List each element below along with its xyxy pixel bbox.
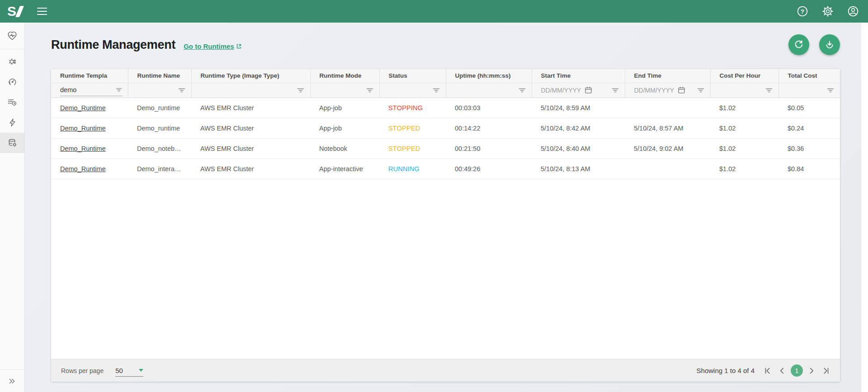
filter-icon[interactable] bbox=[297, 86, 305, 94]
pagination-first-button[interactable] bbox=[762, 365, 774, 377]
column-header-runtime-name[interactable]: Runtime Name bbox=[128, 69, 191, 83]
pagination-current-page[interactable]: 1 bbox=[791, 364, 803, 377]
runtime-type-cell: AWS EMR Cluster bbox=[191, 138, 310, 159]
filter-icon[interactable] bbox=[765, 86, 773, 94]
external-link-icon bbox=[236, 43, 242, 49]
runtime-template-link[interactable]: Demo_Runtime bbox=[60, 104, 106, 112]
logo-slash-mark bbox=[15, 6, 24, 17]
pagination-prev-button[interactable] bbox=[776, 365, 788, 377]
runtime-type-cell: AWS EMR Cluster bbox=[191, 159, 310, 179]
runtime-table: Runtime Templa Runtime Name Runtime Type… bbox=[51, 69, 840, 179]
end-time-date-input[interactable]: DD/MM/YYYY bbox=[634, 87, 675, 94]
filter-icon[interactable] bbox=[432, 86, 440, 94]
sidebar-item-dashboard[interactable] bbox=[0, 72, 24, 92]
filter-icon[interactable] bbox=[366, 86, 374, 94]
runtime-template-link[interactable]: Demo_Runtime bbox=[60, 125, 106, 132]
main-content: Runtime Management Go to Runtimes bbox=[25, 23, 861, 392]
runtime-template-link[interactable]: Demo_Runtime bbox=[60, 145, 106, 152]
page-scrollbar[interactable] bbox=[861, 23, 868, 392]
runtime-template-filter-input[interactable] bbox=[60, 86, 115, 93]
menu-icon[interactable] bbox=[34, 5, 50, 18]
start-time-cell: 5/10/24, 8:59 AM bbox=[532, 98, 625, 118]
cost-per-hour-cell: $1.02 bbox=[710, 138, 778, 159]
total-cost-cell: $0.05 bbox=[778, 98, 840, 118]
rows-per-page-label: Rows per page bbox=[61, 367, 104, 374]
start-time-cell: 5/10/24, 8:13 AM bbox=[532, 159, 625, 179]
end-time-cell bbox=[625, 159, 710, 179]
first-page-icon bbox=[763, 366, 773, 376]
end-time-cell: 5/10/24, 8:57 AM bbox=[625, 118, 710, 138]
calendar-icon[interactable] bbox=[584, 86, 593, 94]
account-icon[interactable] bbox=[847, 5, 859, 17]
calendar-icon[interactable] bbox=[677, 86, 686, 94]
filter-row: DD/MM/YYYY DD/MM/YYYY bbox=[51, 83, 840, 98]
runtime-name-cell: Demo_runtime bbox=[128, 118, 191, 138]
pagination-last-button[interactable] bbox=[820, 365, 832, 377]
pagination: 1 bbox=[762, 364, 832, 377]
filter-icon[interactable] bbox=[178, 86, 186, 94]
runtime-mode-cell: Notebook bbox=[310, 138, 379, 159]
sidebar-item-runtime-management[interactable] bbox=[0, 133, 24, 153]
sidebar bbox=[0, 23, 25, 392]
filter-icon[interactable] bbox=[826, 86, 835, 94]
cost-per-hour-cell: $1.02 bbox=[710, 118, 778, 138]
rows-per-page-select[interactable]: 50 bbox=[115, 365, 143, 377]
start-time-cell: 5/10/24, 8:40 AM bbox=[532, 138, 625, 159]
status-badge: STOPPED bbox=[388, 145, 420, 152]
column-header-cost-per-hour[interactable]: Cost Per Hour bbox=[710, 69, 778, 83]
table-row: Demo_Runtime Demo_intera… AWS EMR Cluste… bbox=[51, 159, 840, 179]
app-logo[interactable]: S bbox=[0, 5, 22, 18]
download-button[interactable] bbox=[819, 34, 840, 55]
runtime-name-cell: Demo_runtime bbox=[128, 98, 191, 118]
refresh-icon bbox=[793, 39, 804, 50]
runtime-table-card: Runtime Templa Runtime Name Runtime Type… bbox=[51, 69, 840, 382]
runtime-name-cell: Demo_noteb… bbox=[128, 138, 191, 159]
column-header-start-time[interactable]: Start Time bbox=[532, 69, 625, 83]
sidebar-item-jobs[interactable] bbox=[0, 92, 24, 112]
filter-icon[interactable] bbox=[697, 86, 705, 94]
chevron-right-icon bbox=[807, 366, 816, 376]
settings-gear-icon[interactable] bbox=[822, 5, 834, 17]
column-header-status[interactable]: Status bbox=[379, 69, 446, 83]
table-row: Demo_Runtime Demo_runtime AWS EMR Cluste… bbox=[51, 98, 840, 118]
table-row: Demo_Runtime Demo_noteb… AWS EMR Cluster… bbox=[51, 138, 840, 159]
filter-icon[interactable] bbox=[611, 86, 619, 94]
list-clock-icon bbox=[7, 97, 18, 107]
runtime-mode-cell: App-job bbox=[310, 98, 379, 118]
filter-icon[interactable] bbox=[115, 86, 123, 94]
rows-per-page-value: 50 bbox=[115, 367, 139, 374]
go-to-runtimes-link[interactable]: Go to Runtimes bbox=[184, 42, 242, 50]
download-icon bbox=[824, 39, 835, 50]
column-header-end-time[interactable]: End Time bbox=[625, 69, 710, 83]
showing-label: Showing 1 to 4 of 4 bbox=[697, 367, 755, 374]
table-row: Demo_Runtime Demo_runtime AWS EMR Cluste… bbox=[51, 118, 840, 138]
pagination-next-button[interactable] bbox=[806, 365, 817, 377]
runtime-mode-cell: App-interactive bbox=[310, 159, 379, 179]
sidebar-item-health[interactable] bbox=[0, 23, 24, 49]
double-chevron-right-icon bbox=[7, 376, 17, 386]
uptime-cell: 00:03:03 bbox=[446, 98, 532, 118]
sidebar-item-cluster-config[interactable] bbox=[0, 51, 24, 72]
uptime-cell: 00:49:26 bbox=[446, 159, 532, 179]
lightning-icon bbox=[7, 117, 18, 128]
gear-nodes-icon bbox=[7, 56, 18, 67]
column-header-runtime-mode[interactable]: Runtime Mode bbox=[310, 69, 379, 83]
column-header-runtime-template[interactable]: Runtime Templa bbox=[51, 69, 128, 83]
svg-text:?: ? bbox=[801, 8, 804, 15]
topbar: S ? bbox=[0, 0, 868, 23]
start-time-cell: 5/10/24, 8:42 AM bbox=[532, 118, 625, 138]
filter-icon[interactable] bbox=[518, 86, 526, 94]
column-header-uptime[interactable]: Uptime (hh:mm:ss) bbox=[446, 69, 532, 83]
last-page-icon bbox=[821, 366, 831, 376]
refresh-button[interactable] bbox=[788, 34, 809, 55]
runtime-template-link[interactable]: Demo_Runtime bbox=[60, 165, 106, 173]
chevron-left-icon bbox=[777, 366, 787, 376]
column-header-runtime-type[interactable]: Runtime Type (Image Type) bbox=[191, 69, 310, 83]
logo-letter: S bbox=[7, 5, 16, 18]
end-time-cell bbox=[625, 98, 710, 118]
expand-sidebar-button[interactable] bbox=[0, 369, 24, 392]
column-header-total-cost[interactable]: Total Cost bbox=[778, 69, 840, 83]
start-time-date-input[interactable]: DD/MM/YYYY bbox=[541, 87, 581, 94]
help-icon[interactable]: ? bbox=[797, 5, 808, 17]
sidebar-item-spark[interactable] bbox=[0, 112, 24, 133]
